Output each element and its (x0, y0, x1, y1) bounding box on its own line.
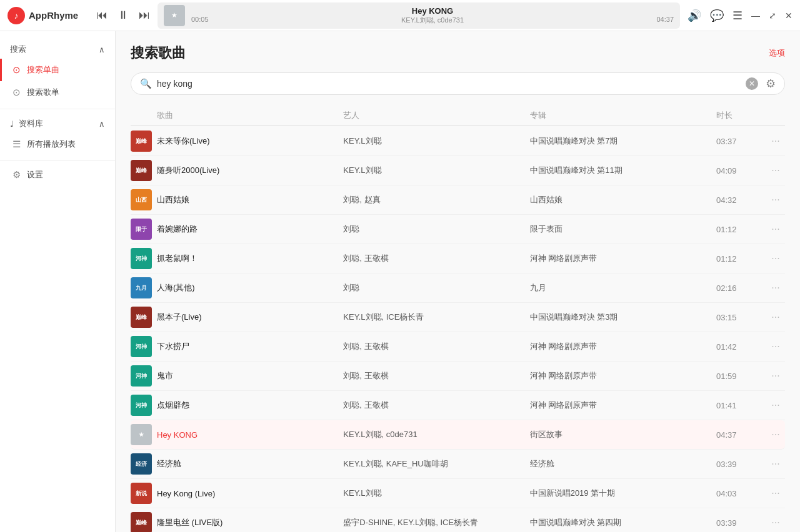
song-more-button[interactable]: ··· (766, 429, 785, 440)
song-more-button[interactable]: ··· (766, 253, 785, 264)
time-current: 00:05 (191, 16, 209, 25)
song-duration: 03:39 (716, 518, 766, 528)
song-duration: 04:03 (716, 489, 766, 498)
song-thumb: 巅峰 (131, 512, 152, 532)
table-row[interactable]: 巅峰 隆里电丝 (LIVE版) 盛宇D-SHINE, KEY.L刘聪, ICE杨… (131, 508, 785, 532)
song-more-button[interactable]: ··· (766, 341, 785, 352)
prev-button[interactable]: ⏮ (96, 9, 108, 22)
table-row[interactable]: 九月 人海(其他) 刘聪 九月 02:16 ··· (131, 273, 785, 303)
now-playing-info: Hey KONG 00:05 KEY.L刘聪, c0de731 04:37 (191, 6, 674, 25)
song-thumb-cell: 巅峰 (131, 131, 157, 152)
app-logo-icon: ♪ (8, 7, 25, 24)
song-duration: 01:12 (716, 254, 766, 264)
song-thumb: 巅峰 (131, 307, 152, 328)
sidebar-item-search-song[interactable]: ⊙ 搜索单曲 (0, 59, 115, 81)
song-more-button[interactable]: ··· (766, 517, 785, 528)
lyrics-icon[interactable]: 💬 (710, 9, 724, 22)
queue-icon[interactable]: ☰ (732, 9, 742, 22)
song-thumb: 河神 (131, 248, 152, 269)
song-thumb-cell: ★ (131, 424, 157, 445)
song-more-button[interactable]: ··· (766, 224, 785, 235)
filter-icon[interactable]: ⚙ (766, 77, 776, 91)
table-row[interactable]: 河神 点烟辟怨 刘聪, 王敬棋 河神 网络剧原声带 01:41 ··· (131, 391, 785, 420)
song-thumb-cell: 河神 (131, 395, 157, 416)
song-artist: KEY.L刘聪 (343, 165, 529, 176)
song-artist: KEY.L刘聪, ICE杨长青 (343, 312, 529, 323)
song-more-button[interactable]: ··· (766, 488, 785, 499)
minimize-button[interactable]: — (751, 11, 760, 21)
song-album: 中国说唱巅峰对决 第3期 (530, 312, 716, 323)
song-name: 随身听2000(Live) (157, 165, 343, 176)
song-more-button[interactable]: ··· (766, 135, 785, 147)
song-more-button[interactable]: ··· (766, 282, 785, 293)
select-button[interactable]: 选项 (769, 47, 785, 59)
volume-icon[interactable]: 🔊 (688, 9, 701, 22)
song-more-button[interactable]: ··· (766, 370, 785, 382)
song-artist: 盛宇D-SHINE, KEY.L刘聪, ICE杨长青 (343, 517, 529, 528)
table-row[interactable]: 巅峰 黑本子(Live) KEY.L刘聪, ICE杨长青 中国说唱巅峰对决 第3… (131, 303, 785, 332)
close-button[interactable]: ✕ (785, 11, 792, 21)
pause-button[interactable]: ⏸ (118, 9, 129, 22)
sidebar: 搜索 ∧ ⊙ 搜索单曲 ⊙ 搜索歌单 ♩ 资料库 ∧ ☰ (0, 31, 116, 532)
song-duration: 01:41 (716, 401, 766, 410)
library-section: ♩ 资料库 ∧ ☰ 所有播放列表 (0, 112, 115, 158)
table-row[interactable]: 巅峰 随身听2000(Live) KEY.L刘聪 中国说唱巅峰对决 第11期 0… (131, 156, 785, 185)
search-group-label: 搜索 (10, 44, 26, 55)
song-name: 下水捞尸 (157, 341, 343, 352)
sidebar-item-all-playlists[interactable]: ☰ 所有播放列表 (0, 133, 115, 155)
song-thumb: 巅峰 (131, 131, 152, 152)
song-album: 中国说唱巅峰对决 第四期 (530, 517, 716, 528)
song-thumb: 山西 (131, 189, 152, 210)
clear-search-button[interactable]: ✕ (746, 77, 758, 90)
table-row[interactable]: 限于 着婉娜的路 刘聪 限于表面 01:12 ··· (131, 215, 785, 244)
song-artist: 刘聪, 赵真 (343, 194, 529, 205)
table-row[interactable]: 河神 抓老鼠啊！ 刘聪, 王敬棋 河神 网络剧原声带 01:12 ··· (131, 244, 785, 273)
content-area: 搜索歌曲 选项 🔍 ✕ ⚙ 歌曲 艺人 专辑 时长 巅峰 未来等你(Live) … (116, 31, 800, 532)
table-row[interactable]: 巅峰 未来等你(Live) KEY.L刘聪 中国说唱巅峰对决 第7期 03:37… (131, 127, 785, 156)
song-thumb: 河神 (131, 336, 152, 357)
sidebar-item-search-playlist[interactable]: ⊙ 搜索歌单 (0, 81, 115, 104)
library-group-label: 资料库 (19, 118, 43, 129)
song-thumb-cell: 河神 (131, 336, 157, 357)
search-bar: 🔍 ✕ ⚙ (131, 72, 785, 95)
song-album: 河神 网络剧原声带 (530, 400, 716, 411)
song-name: 经济舱 (157, 458, 343, 470)
now-playing-bar[interactable]: ★ Hey KONG 00:05 KEY.L刘聪, c0de731 04:37 (158, 2, 680, 29)
song-name: 人海(其他) (157, 282, 343, 293)
table-row[interactable]: 新说 Hey Kong (Live) KEY.L刘聪 中国新说唱2019 第十期… (131, 479, 785, 508)
song-duration: 01:12 (716, 225, 766, 234)
song-list: 巅峰 未来等你(Live) KEY.L刘聪 中国说唱巅峰对决 第7期 03:37… (131, 127, 785, 532)
song-name: Hey Kong (Live) (157, 489, 343, 498)
table-row[interactable]: ★ Hey KONG KEY.L刘聪, c0de731 街区故事 04:37 ·… (131, 420, 785, 450)
song-name: 山西姑娘 (157, 194, 343, 205)
song-name: 抓老鼠啊！ (157, 253, 343, 264)
song-duration: 03:37 (716, 137, 766, 146)
restore-button[interactable]: ⤢ (769, 11, 776, 21)
song-more-button[interactable]: ··· (766, 400, 785, 411)
library-group-header[interactable]: ♩ 资料库 ∧ (0, 114, 115, 133)
song-more-button[interactable]: ··· (766, 165, 785, 176)
sidebar-item-settings[interactable]: ⚙ 设置 (0, 164, 115, 186)
all-playlists-label: 所有播放列表 (27, 139, 76, 150)
search-input[interactable] (157, 79, 741, 89)
song-name: Hey KONG (157, 430, 343, 440)
song-thumb: 限于 (131, 219, 152, 240)
page-header: 搜索歌曲 选项 (131, 44, 785, 62)
song-artist: 刘聪, 王敬棋 (343, 400, 529, 411)
song-duration: 03:39 (716, 460, 766, 469)
table-row[interactable]: 河神 鬼市 刘聪, 王敬棋 河神 网络剧原声带 01:59 ··· (131, 362, 785, 391)
song-name: 鬼市 (157, 370, 343, 382)
song-more-button[interactable]: ··· (766, 194, 785, 205)
song-more-button[interactable]: ··· (766, 458, 785, 470)
search-icon: 🔍 (140, 78, 152, 89)
table-row[interactable]: 河神 下水捞尸 刘聪, 王敬棋 河神 网络剧原声带 01:42 ··· (131, 332, 785, 362)
table-row[interactable]: 经济 经济舱 KEY.L刘聪, KAFE_HU咖啡胡 经济舱 03:39 ··· (131, 450, 785, 479)
next-button[interactable]: ⏭ (139, 9, 150, 22)
song-more-button[interactable]: ··· (766, 312, 785, 323)
song-artist: 刘聪, 王敬棋 (343, 341, 529, 352)
search-group-header[interactable]: 搜索 ∧ (0, 40, 115, 59)
song-album: 河神 网络剧原声带 (530, 341, 716, 352)
table-row[interactable]: 山西 山西姑娘 刘聪, 赵真 山西姑娘 04:32 ··· (131, 185, 785, 215)
song-name: 未来等你(Live) (157, 135, 343, 147)
song-thumb-cell: 九月 (131, 277, 157, 298)
